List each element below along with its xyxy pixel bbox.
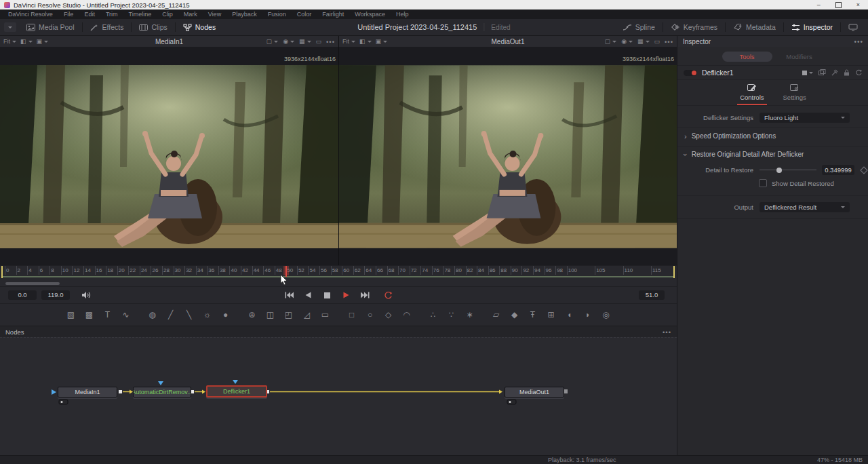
background-tool[interactable]: ▧ — [65, 309, 77, 321]
polygon-mask-tool[interactable]: ◇ — [382, 309, 395, 321]
right-viewer-zoom-select[interactable]: Fit — [342, 38, 355, 45]
crop-tool[interactable]: ▭ — [319, 309, 332, 321]
left-viewer-3d-select[interactable]: ◉ — [283, 38, 294, 45]
ellipse-mask-tool[interactable]: ○ — [364, 309, 376, 321]
merge-3d-tool[interactable]: ⊞ — [545, 309, 557, 321]
out-point-field[interactable]: 119.0 — [41, 290, 70, 300]
color-curves-tool[interactable]: ╱ — [165, 309, 177, 321]
spotlight-3d-tool[interactable]: ◗ — [582, 309, 594, 321]
bspline-mask-tool[interactable]: ◠ — [401, 309, 413, 321]
menu-item[interactable]: View — [203, 11, 226, 18]
blur-tool[interactable]: ● — [220, 309, 232, 321]
clips-button[interactable]: Clips — [133, 19, 173, 35]
menu-item[interactable]: Clip — [157, 11, 178, 18]
corner-position-tool[interactable]: ◰ — [283, 309, 295, 321]
speed-optimization-section[interactable]: › Speed Optimization Options — [677, 128, 868, 144]
left-viewer-subview-select[interactable]: ▣ — [37, 38, 49, 45]
tab-modifiers[interactable]: Modifiers — [774, 52, 825, 62]
right-viewer-guides-select[interactable]: ▦ — [637, 38, 650, 45]
menu-item[interactable]: Workspace — [349, 11, 391, 18]
node-graph[interactable]: MediaIn1 AutomaticDirtRemov... Deflicker… — [0, 337, 677, 455]
left-viewer-guides-select[interactable]: ▦ — [299, 38, 311, 45]
effects-button[interactable]: Effects — [84, 19, 130, 35]
image-plane-3d-tool[interactable]: ▱ — [490, 309, 502, 321]
merge-tool[interactable]: ◫ — [264, 309, 277, 321]
loop-button[interactable] — [382, 290, 393, 300]
timeline-zoom-scrollbar[interactable] — [5, 282, 60, 285]
stop-button[interactable] — [321, 290, 332, 300]
right-viewer-subview-select[interactable]: ▣ — [376, 38, 388, 45]
menu-item[interactable]: Fusion — [262, 11, 292, 18]
renderer-3d-tool[interactable]: ◎ — [600, 309, 612, 321]
restore-detail-section[interactable]: › Restore Original Detail After Deflicke… — [677, 146, 868, 162]
node-color-select[interactable] — [802, 71, 813, 75]
versions-icon[interactable] — [818, 69, 826, 76]
shape-3d-tool[interactable]: ◆ — [509, 309, 521, 321]
rectangle-mask-tool[interactable]: □ — [346, 309, 358, 321]
left-viewer-options-menu[interactable]: ••• — [326, 38, 335, 45]
text-tool[interactable]: T — [102, 309, 114, 321]
right-viewer-options-menu[interactable]: ••• — [665, 38, 673, 45]
node-automaticdirtremoval1[interactable]: AutomaticDirtRemov... — [133, 387, 191, 398]
menu-item[interactable]: DaVinci Resolve — [3, 11, 58, 18]
show-detail-restored-checkbox[interactable] — [759, 179, 767, 187]
paint-tool[interactable]: ∿ — [120, 309, 132, 321]
render-range-start-marker[interactable] — [1, 266, 3, 278]
menu-item[interactable]: Fairlight — [317, 11, 349, 18]
fast-noise-tool[interactable]: ▩ — [83, 309, 96, 321]
media-pool-button[interactable]: Media Pool — [20, 19, 81, 35]
deflicker-settings-dropdown[interactable]: Fluoro Light — [760, 113, 850, 123]
pin-icon[interactable] — [831, 69, 838, 76]
menu-item[interactable]: Trim — [100, 11, 123, 18]
go-to-first-frame-button[interactable] — [283, 290, 294, 300]
node-enable-toggle[interactable] — [684, 70, 697, 76]
go-to-last-frame-button[interactable] — [359, 290, 370, 300]
transform-tool[interactable]: ⊕ — [246, 309, 258, 321]
render-range-end-marker[interactable] — [673, 266, 675, 278]
minimize-button[interactable]: – — [817, 2, 821, 8]
particle-merge-tool[interactable]: ∵ — [446, 309, 458, 321]
subtab-controls[interactable]: Controls — [737, 83, 766, 105]
menu-item[interactable]: Edit — [79, 11, 100, 18]
color-corrector-tool[interactable]: ◍ — [146, 309, 159, 321]
right-viewer-buffer-select[interactable]: ◧ — [359, 38, 372, 45]
right-viewer-3d-select[interactable]: ◉ — [621, 38, 633, 45]
left-viewer-roi-select[interactable]: ▢ — [267, 38, 279, 45]
current-frame-field[interactable]: 51.0 — [639, 290, 665, 300]
subtab-settings[interactable]: Settings — [781, 83, 809, 105]
node-mediaout1[interactable]: MediaOut1 — [505, 387, 564, 398]
reset-icon[interactable] — [855, 69, 863, 76]
inspector-button[interactable]: Inspector — [785, 19, 839, 35]
menu-item[interactable]: Playback — [226, 11, 262, 18]
left-viewer-buffer-select[interactable]: ◧ — [20, 38, 33, 45]
clean-feed-button[interactable] — [842, 19, 864, 35]
hue-curves-tool[interactable]: ╲ — [183, 309, 195, 321]
detail-to-restore-value[interactable]: 0.349999 — [822, 165, 854, 175]
lock-icon[interactable] — [844, 69, 850, 76]
resize-tool[interactable]: ◿ — [301, 309, 313, 321]
left-viewer-expand-button[interactable]: ▭ — [316, 38, 322, 45]
particle-render-tool[interactable]: ∗ — [464, 309, 476, 321]
maximize-button[interactable] — [835, 2, 842, 8]
node-deflicker1[interactable]: Deflicker1 — [206, 385, 267, 398]
detail-to-restore-slider[interactable] — [760, 166, 816, 175]
tab-tools[interactable]: Tools — [722, 52, 772, 62]
collapse-panel-button[interactable] — [4, 22, 16, 32]
brightness-contrast-tool[interactable]: ☼ — [201, 309, 214, 321]
menu-item[interactable]: Timeline — [123, 11, 157, 18]
close-button[interactable]: × — [856, 2, 860, 8]
keyframes-button[interactable]: Keyframes — [665, 19, 724, 35]
keyframe-icon[interactable] — [860, 166, 867, 174]
camera-3d-tool[interactable]: ◖ — [564, 309, 576, 321]
right-viewer-expand-button[interactable]: ▭ — [654, 38, 660, 45]
text-3d-tool[interactable]: Ŧ — [527, 309, 539, 321]
spline-button[interactable]: Spline — [616, 19, 661, 35]
play-forward-button[interactable] — [340, 290, 351, 300]
menu-item[interactable]: Help — [391, 11, 414, 18]
menu-item[interactable]: Color — [292, 11, 317, 18]
nodes-button[interactable]: Nodes — [177, 19, 222, 35]
node-mediain1[interactable]: MediaIn1 — [58, 387, 117, 398]
timeline-ruler[interactable]: 0246810121416182022242628303234363840424… — [0, 265, 677, 286]
nodes-panel-options-menu[interactable]: ••• — [663, 328, 671, 336]
menu-item[interactable]: Mark — [178, 11, 203, 18]
